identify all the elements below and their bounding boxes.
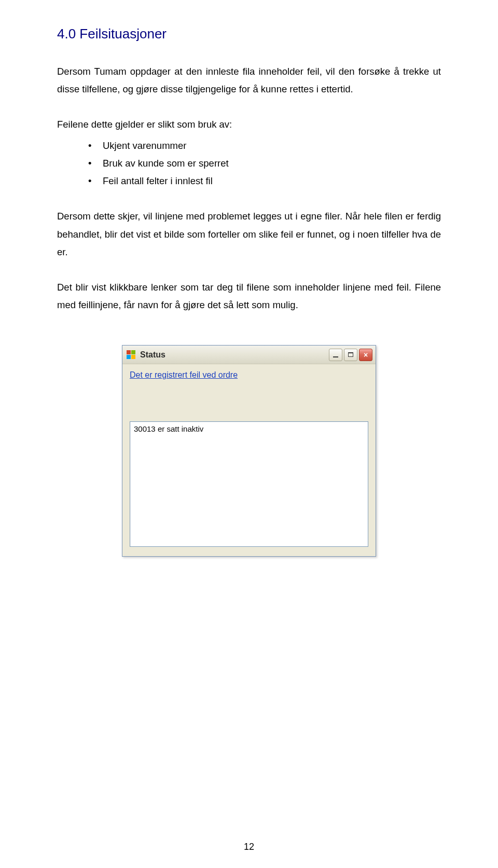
dialog-body: Det er registrert feil ved ordre 30013 e… (122, 364, 376, 556)
status-dialog: Status × Det er registrert feil ved ordr… (122, 345, 376, 557)
dialog-title: Status (140, 350, 325, 360)
page-number: 12 (244, 842, 254, 852)
minimize-button[interactable] (329, 349, 342, 361)
paragraph-intro: Dersom Tumam oppdager at den innleste fi… (57, 63, 441, 98)
paragraph-explanation: Dersom dette skjer, vil linjene med prob… (57, 208, 441, 261)
minimize-icon (333, 356, 338, 357)
close-button[interactable]: × (359, 349, 372, 361)
maximize-icon (348, 352, 353, 357)
error-link[interactable]: Det er registrert feil ved ordre (130, 370, 238, 380)
list-item: Bruk av kunde som er sperret (88, 155, 441, 172)
close-icon: × (364, 351, 368, 359)
dialog-titlebar[interactable]: Status × (122, 346, 376, 364)
list-item: Feil antall felter i innlest fil (88, 172, 441, 190)
bullet-list-intro: Feilene dette gjelder er slikt som bruk … (57, 116, 441, 133)
error-listbox[interactable]: 30013 er satt inaktiv (130, 421, 368, 547)
maximize-button[interactable] (344, 349, 357, 361)
window-controls: × (329, 349, 372, 361)
app-icon (127, 350, 136, 360)
list-item: Ukjent varenummer (88, 137, 441, 155)
bullet-list: Ukjent varenummer Bruk av kunde som er s… (88, 137, 441, 190)
listbox-item[interactable]: 30013 er satt inaktiv (134, 424, 364, 433)
paragraph-links: Det blir vist klikkbare lenker som tar d… (57, 279, 441, 314)
section-heading: 4.0 Feilsituasjoner (57, 26, 441, 42)
